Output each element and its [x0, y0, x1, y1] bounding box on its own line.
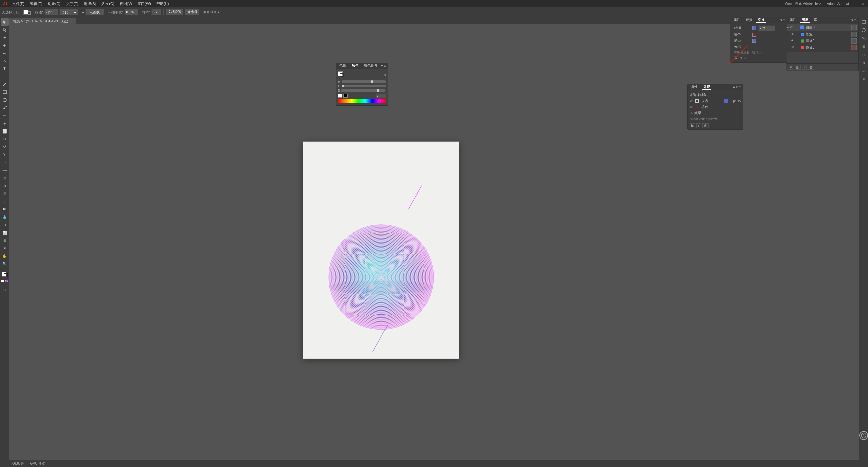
width-tool[interactable]: ⟺: [1, 166, 9, 174]
white-swatch[interactable]: [338, 94, 342, 98]
eyedropper-tool[interactable]: 💧: [1, 213, 9, 221]
blend-tool[interactable]: ⊙: [1, 221, 9, 228]
document-tab[interactable]: 螺旋.ai* @ 66.67% (RGB/GPU 预览) ×: [9, 18, 76, 24]
color-panel-menu[interactable]: ≡: [384, 64, 386, 68]
new-layer-btn[interactable]: +: [802, 65, 807, 70]
mesh-tool[interactable]: #: [1, 198, 9, 205]
color-indicators[interactable]: [1, 271, 8, 279]
transform-tab[interactable]: 变换: [756, 18, 766, 23]
tab-layers[interactable]: 图层: [800, 18, 810, 23]
warp-tool[interactable]: 〜: [1, 159, 9, 166]
tab-close-btn[interactable]: ×: [70, 19, 72, 23]
menu-type[interactable]: 文字(T): [64, 1, 81, 7]
tab-appear[interactable]: 外观: [702, 85, 711, 90]
paintbrush-tool[interactable]: 🖌: [1, 104, 9, 111]
prefs-btn[interactable]: 首选项: [185, 9, 199, 15]
line-tool[interactable]: [1, 81, 9, 88]
layer-eye-1[interactable]: 👁: [790, 25, 794, 29]
type-tool[interactable]: T: [1, 65, 9, 73]
change-screen-mode-btn[interactable]: ⊡: [1, 286, 9, 293]
rect-tool[interactable]: [1, 88, 9, 96]
graph-tool[interactable]: 📊: [1, 229, 9, 236]
make-sublayer-btn[interactable]: ◫: [795, 65, 801, 70]
appear-panel-menu[interactable]: ≡: [739, 85, 741, 89]
panel-collapse-btn[interactable]: ▾: [851, 18, 853, 22]
layer-expand-icon[interactable]: ▸: [787, 26, 789, 29]
width-value-input[interactable]: [758, 25, 775, 31]
color-hex-input[interactable]: [376, 93, 386, 98]
sublayer-eye-3[interactable]: 👁: [791, 46, 795, 50]
fill-no-swatch[interactable]: [752, 33, 756, 37]
sublayer-row-3[interactable]: 👁 螺旋3: [786, 44, 858, 51]
color-gradient-btn[interactable]: [5, 280, 8, 282]
stroke-indicator[interactable]: [340, 73, 344, 77]
tab-prop[interactable]: 属性: [690, 85, 699, 90]
appear-fill-eye[interactable]: 👁: [690, 105, 693, 109]
magic-wand-tool[interactable]: ✦: [1, 34, 9, 41]
tab-properties[interactable]: 属性: [788, 18, 797, 23]
arrange-area[interactable]: ⊞ ⊟ 排列 ▼: [203, 10, 220, 14]
doc-setup-btn[interactable]: 文档设置: [166, 9, 183, 15]
eraser-tool[interactable]: ⬜: [1, 127, 9, 135]
color-spectrum-bar[interactable]: [338, 99, 386, 103]
size-input[interactable]: [85, 9, 104, 15]
stroke-style-select[interactable]: 等比: [59, 9, 78, 15]
tab-color[interactable]: 颜色: [350, 63, 360, 68]
props-del-icon[interactable]: ⊗: [743, 56, 746, 60]
pencil-tool[interactable]: ✏: [1, 112, 9, 119]
appear-panel-collapse[interactable]: ▾: [736, 85, 738, 89]
right-tool-5[interactable]: ⊡: [860, 51, 867, 58]
links-tab[interactable]: 链接: [744, 18, 754, 23]
circular-icon-btn[interactable]: [859, 431, 868, 440]
menu-file[interactable]: 文件(F): [10, 1, 27, 7]
props-add-icon[interactable]: ⊕: [739, 56, 742, 60]
direct-select-tool[interactable]: [1, 26, 9, 34]
stroke-color-area[interactable]: [23, 9, 31, 15]
scale-tool[interactable]: ⇲: [1, 151, 9, 158]
right-tool-7[interactable]: ↔: [860, 67, 867, 75]
slice-tool[interactable]: ⊘: [1, 244, 9, 252]
stroke-color-box[interactable]: [4, 273, 8, 277]
menu-effect[interactable]: 效果(C): [99, 1, 116, 7]
make-clip-mask-btn[interactable]: ⊗: [788, 65, 793, 70]
menu-select[interactable]: 选择(S): [81, 1, 99, 7]
layer-row-1[interactable]: ▸ 👁 图层 1: [786, 24, 858, 31]
perspective-tool[interactable]: ⊞: [1, 190, 9, 197]
stroke-settings-icon[interactable]: ⚙: [738, 99, 741, 103]
free-transform-tool[interactable]: ⊡: [1, 174, 9, 182]
appear-panel-arrow[interactable]: ▸: [733, 85, 735, 89]
rotate-tool[interactable]: ↺: [1, 143, 9, 150]
right-tool-2[interactable]: [860, 26, 867, 34]
pen-tool[interactable]: ✒: [1, 49, 9, 57]
black-swatch[interactable]: [343, 94, 348, 98]
menu-edit[interactable]: 编辑(E): [27, 1, 45, 7]
color-panel-collapse[interactable]: ▾: [381, 64, 383, 68]
props-tab[interactable]: 属性: [732, 18, 742, 23]
style-selector[interactable]: ▼: [151, 9, 161, 15]
right-tool-8[interactable]: ⊚: [860, 75, 867, 83]
gradient-tool[interactable]: [1, 205, 9, 213]
menu-view[interactable]: 视图(V): [117, 1, 135, 7]
stroke-width-input[interactable]: [44, 9, 58, 15]
appear-stroke-eye[interactable]: 👁: [690, 99, 693, 103]
scissors-tool[interactable]: ✂: [1, 135, 9, 143]
tab-color-guide[interactable]: 颜色参考: [362, 63, 379, 68]
layer-lock-1[interactable]: [795, 25, 799, 29]
sublayer-eye-1[interactable]: 👁: [791, 32, 795, 36]
fill-swatch[interactable]: [23, 10, 28, 15]
appear-delete-btn[interactable]: 🗑: [702, 123, 709, 128]
sublayer-row-1[interactable]: 👁 螺旋: [786, 31, 858, 38]
artboard-tool[interactable]: ⊞: [1, 237, 9, 244]
right-tool-4[interactable]: ⊞: [860, 43, 867, 50]
hand-tool[interactable]: ✋: [1, 252, 9, 260]
stroke-prop-swatch[interactable]: [752, 39, 756, 43]
right-tool-6[interactable]: ⊗: [860, 59, 867, 66]
menu-object[interactable]: 对象(O): [45, 1, 63, 7]
delete-layer-btn[interactable]: 🗑: [808, 65, 814, 70]
right-tool-3[interactable]: [860, 35, 867, 42]
props-collapse[interactable]: ▾: [780, 18, 782, 22]
width-color-swatch[interactable]: [752, 26, 756, 30]
appear-stroke-swatch[interactable]: [695, 99, 699, 103]
tab-swatches[interactable]: 色板: [338, 63, 348, 68]
sublayer-row-2[interactable]: 👁 螺旋2: [786, 38, 858, 44]
